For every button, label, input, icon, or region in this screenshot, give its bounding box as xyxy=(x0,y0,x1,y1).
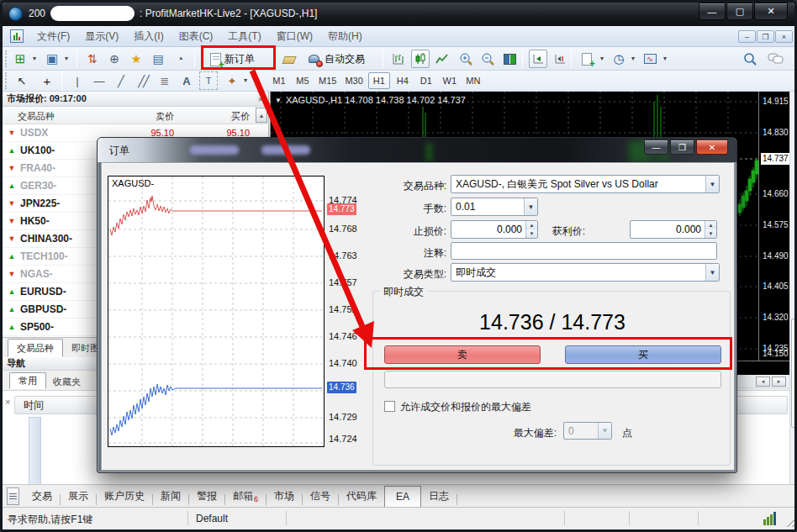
dialog-close-button[interactable]: ✕ xyxy=(696,140,728,155)
periods-dropdown[interactable]: ▾ xyxy=(629,55,637,62)
channel-icon[interactable]: ╱╱ xyxy=(134,71,152,90)
minimize-button[interactable]: — xyxy=(699,3,726,20)
tab-common[interactable]: 常用 xyxy=(9,372,46,389)
tf-d1[interactable]: D1 xyxy=(415,72,437,89)
tf-m30[interactable]: M30 xyxy=(341,72,366,89)
take-profit-stepper[interactable]: 0.000 ▲▼ xyxy=(630,220,717,239)
chevron-down-icon[interactable]: ▼ xyxy=(524,198,537,215)
col-bid[interactable]: 卖价 xyxy=(137,110,174,123)
chart-shift-icon[interactable] xyxy=(551,50,569,68)
status-profile[interactable]: Default xyxy=(196,513,228,524)
tab-mailbox[interactable]: 邮箱 6 xyxy=(225,486,266,508)
menu-charts[interactable]: 图表(C) xyxy=(172,26,221,46)
market-watch-close-icon[interactable]: × xyxy=(258,94,263,104)
text-label-icon[interactable]: T xyxy=(199,71,218,90)
market-watch-header[interactable]: 市场报价: 09:17:00 × xyxy=(3,92,268,107)
data-window-icon[interactable]: ⊕ xyxy=(105,50,124,68)
tab-exposure[interactable]: 展示 xyxy=(61,486,96,508)
child-close-button[interactable]: × xyxy=(775,30,793,43)
tab-trade[interactable]: 交易 xyxy=(24,486,60,508)
eraser-icon[interactable] xyxy=(280,50,298,69)
chevron-down-icon[interactable]: ▼ xyxy=(705,176,719,192)
horizontal-line-icon[interactable]: — xyxy=(90,71,108,90)
v-scrollbar[interactable] xyxy=(789,92,797,484)
tab-code-base[interactable]: 代码库 xyxy=(339,486,384,508)
tab-market[interactable]: 市场 xyxy=(267,486,302,508)
toolbar-grip2[interactable] xyxy=(5,72,8,89)
search-icon[interactable] xyxy=(741,50,759,68)
tab-favorites[interactable]: 收藏夹 xyxy=(53,376,81,388)
menu-window[interactable]: 窗口(W) xyxy=(269,26,320,46)
zoom-in-icon[interactable] xyxy=(457,50,475,68)
periods-clock-icon[interactable]: ◷ xyxy=(610,50,628,68)
tf-m5[interactable]: M5 xyxy=(292,72,314,89)
indicators-icon[interactable]: + xyxy=(578,50,596,68)
close-button[interactable]: ✕ xyxy=(754,3,788,20)
bar-chart-icon[interactable] xyxy=(389,50,408,68)
tf-m15[interactable]: M15 xyxy=(315,72,340,89)
tab-symbols[interactable]: 交易品种 xyxy=(8,339,63,357)
market-watch-icon[interactable]: ⇅ xyxy=(83,50,102,68)
terminal-close-icon[interactable]: × xyxy=(5,398,10,407)
tf-w1[interactable]: W1 xyxy=(439,72,461,89)
menu-view[interactable]: 显示(V) xyxy=(77,26,126,46)
candlestick-chart-icon[interactable] xyxy=(411,50,430,68)
tab-signals[interactable]: 信号 xyxy=(303,486,338,508)
child-minimize-button[interactable]: – xyxy=(738,30,756,43)
terminal-icon[interactable]: ▤ xyxy=(149,50,167,68)
menu-help[interactable]: 帮助(H) xyxy=(320,26,370,46)
child-restore-button[interactable]: ❐ xyxy=(757,30,774,43)
deviation-checkbox[interactable] xyxy=(384,401,395,412)
tf-h4[interactable]: H4 xyxy=(392,72,414,89)
dialog-minimize-button[interactable]: — xyxy=(644,140,668,155)
chart-window-icon[interactable] xyxy=(10,29,24,43)
maximize-button[interactable]: ▢ xyxy=(726,3,753,20)
v-scroll-thumb[interactable] xyxy=(791,319,797,428)
line-chart-icon[interactable] xyxy=(433,50,451,68)
trendline-icon[interactable]: ╱ xyxy=(112,71,130,90)
col-symbol[interactable]: 交易品种 xyxy=(18,110,55,123)
dialog-restore-button[interactable]: ❐ xyxy=(670,140,694,155)
navigator-icon[interactable]: ★ xyxy=(127,50,145,68)
spin-down-icon[interactable]: ▼ xyxy=(705,229,716,238)
profiles-icon[interactable]: ▣ xyxy=(43,50,61,68)
new-chart-dropdown[interactable]: ▾ xyxy=(30,55,39,62)
price-axis[interactable]: 14.915 14.830 14.660 14.575 14.490 14.40… xyxy=(758,92,790,361)
shapes-icon[interactable]: ✦ xyxy=(223,71,241,90)
menu-file[interactable]: 文件(F) xyxy=(29,26,77,46)
text-icon[interactable]: A xyxy=(177,71,196,90)
templates-dropdown[interactable]: ▾ xyxy=(661,55,669,62)
indicators-dropdown[interactable]: ▾ xyxy=(598,55,606,62)
tab-news[interactable]: 新闻 xyxy=(153,486,188,508)
crosshair-icon[interactable]: + xyxy=(38,71,56,90)
tab-alerts[interactable]: 警报 xyxy=(189,486,224,508)
comment-input[interactable] xyxy=(451,242,717,260)
chevron-down-icon[interactable]: ▼ xyxy=(705,264,719,281)
symbol-select[interactable]: XAGUSD-, 白银美元 Spot Silver vs US Dollar ▼ xyxy=(451,175,720,193)
menu-insert[interactable]: 插入(I) xyxy=(126,26,171,46)
new-chart-icon[interactable]: ⊞ xyxy=(11,50,29,68)
toolbar-grip[interactable] xyxy=(5,50,8,67)
menu-tools[interactable]: 工具(T) xyxy=(220,26,268,46)
legend-dropdown-icon[interactable]: ▼ xyxy=(275,97,282,104)
vertical-line-icon[interactable]: | xyxy=(68,71,87,90)
cursor-icon[interactable]: ↖ xyxy=(13,71,31,90)
stop-loss-stepper[interactable]: 0.000 ▲▼ xyxy=(451,220,538,239)
templates-icon[interactable]: ∿ xyxy=(641,50,659,68)
col-ask[interactable]: 买价 xyxy=(213,110,250,123)
tf-m1[interactable]: M1 xyxy=(268,72,290,89)
mw-scroll-up-button[interactable]: ▲ xyxy=(256,108,267,123)
profiles-dropdown[interactable]: ▾ xyxy=(62,55,71,62)
auto-scroll-icon[interactable] xyxy=(529,50,547,68)
scroll-right-button[interactable]: ▸ xyxy=(772,377,786,387)
tab-ea[interactable]: EA xyxy=(384,486,421,508)
tf-mn[interactable]: MN xyxy=(462,72,484,89)
strategy-tester-icon[interactable]: ◔ xyxy=(171,50,189,68)
tab-account-history[interactable]: 账户历史 xyxy=(97,486,152,508)
shapes-dropdown[interactable]: ▾ xyxy=(241,76,250,84)
autotrading-button[interactable]: 自动交易 xyxy=(305,50,367,69)
tile-windows-icon[interactable] xyxy=(500,50,519,68)
volume-select[interactable]: 0.01 ▼ xyxy=(451,198,538,216)
zoom-out-icon[interactable] xyxy=(478,50,497,68)
fibonacci-icon[interactable]: ≣ xyxy=(156,71,174,90)
